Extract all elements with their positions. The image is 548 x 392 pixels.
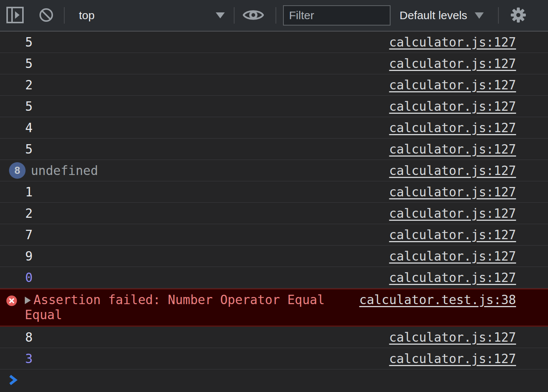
console-settings-button[interactable] [510, 7, 527, 24]
toolbar-divider [64, 7, 65, 24]
console-log-row: 7 calculator.js:127 [0, 224, 548, 246]
toolbar-divider [234, 7, 235, 24]
source-location-link[interactable]: calculator.js:127 [389, 56, 516, 71]
source-location-link[interactable]: calculator.js:127 [389, 330, 516, 345]
log-value: 0 [25, 270, 389, 285]
source-location-link[interactable]: calculator.js:127 [389, 228, 516, 242]
console-log-row: 2 calculator.js:127 [0, 203, 548, 224]
console-log-row: 2 calculator.js:127 [0, 74, 548, 96]
console-sidebar-icon [6, 7, 24, 24]
log-value: 5 [25, 56, 389, 71]
source-location-link[interactable]: calculator.js:127 [389, 35, 516, 50]
source-location-link[interactable]: calculator.js:127 [389, 99, 516, 114]
console-error-row: Assertion failed: Number Operator Equal … [0, 288, 548, 327]
log-value: 1 [25, 185, 389, 199]
console-prompt[interactable] [0, 369, 548, 392]
gear-icon [510, 7, 527, 24]
frame-context-selector[interactable]: top [79, 9, 225, 22]
log-levels-dropdown[interactable]: Default levels [400, 9, 484, 22]
error-message: Assertion failed: Number Operator Equal … [25, 292, 325, 322]
log-value: 2 [25, 78, 389, 92]
console-filter-input[interactable] [283, 5, 391, 26]
error-message-body: Assertion failed: Number Operator Equal … [25, 292, 348, 323]
source-location-link[interactable]: calculator.js:127 [389, 206, 516, 221]
source-location-link[interactable]: calculator.js:127 [389, 78, 516, 92]
create-live-expression-button[interactable] [243, 8, 264, 23]
chevron-down-icon [475, 12, 484, 19]
devtools-console-toolbar: top Default levels [0, 0, 548, 32]
source-location-link[interactable]: calculator.js:127 [389, 142, 516, 157]
clear-console-icon [39, 8, 54, 24]
console-log-row: 5 calculator.js:127 [0, 53, 548, 74]
source-location-link[interactable]: calculator.js:127 [389, 163, 516, 178]
toolbar-divider [276, 7, 276, 24]
log-value: 3 [25, 351, 389, 366]
show-console-sidebar-button[interactable] [6, 7, 24, 24]
log-value: 5 [25, 142, 389, 157]
log-value: 2 [25, 206, 389, 221]
source-location-link[interactable]: calculator.js:127 [389, 270, 516, 285]
chevron-down-icon [216, 12, 225, 18]
console-log-row: 5 calculator.js:127 [0, 96, 548, 117]
log-value: 5 [25, 35, 389, 50]
log-levels-label: Default levels [400, 9, 467, 22]
source-location-link[interactable]: calculator.js:127 [389, 121, 516, 135]
error-icon [6, 295, 17, 309]
prompt-chevron-icon [8, 374, 18, 387]
log-value: 5 [25, 99, 389, 114]
log-value: 9 [25, 249, 389, 264]
log-value: 4 [25, 121, 389, 135]
console-log-row: 8 calculator.js:127 [0, 327, 548, 348]
source-location-link[interactable]: calculator.js:127 [389, 185, 516, 199]
console-log-row: 4 calculator.js:127 [0, 117, 548, 139]
log-value: 8 [25, 330, 389, 345]
console-log-row: 1 calculator.js:127 [0, 181, 548, 203]
source-location-link[interactable]: calculator.js:127 [389, 351, 516, 366]
console-log-row: 8 undefined calculator.js:127 [0, 160, 548, 181]
console-log-row: 0 calculator.js:127 [0, 267, 548, 288]
source-location-link[interactable]: calculator.js:127 [389, 249, 516, 264]
console-log-row: 5 calculator.js:127 [0, 32, 548, 53]
eye-icon [243, 8, 264, 23]
console-log-row: 9 calculator.js:127 [0, 246, 548, 267]
toolbar-divider [498, 7, 499, 24]
frame-context-label: top [79, 9, 95, 22]
console-log-row: 3 calculator.js:127 [0, 348, 548, 369]
repeat-count-badge: 8 [9, 162, 26, 179]
clear-console-button[interactable] [39, 8, 54, 24]
console-log-row: 5 calculator.js:127 [0, 139, 548, 160]
log-value: 7 [25, 228, 389, 242]
source-location-link[interactable]: calculator.test.js:38 [359, 292, 516, 308]
log-value: undefined [31, 163, 389, 178]
console-messages-area: 5 calculator.js:127 5 calculator.js:127 … [0, 32, 548, 369]
expand-triangle-icon[interactable] [25, 297, 31, 304]
